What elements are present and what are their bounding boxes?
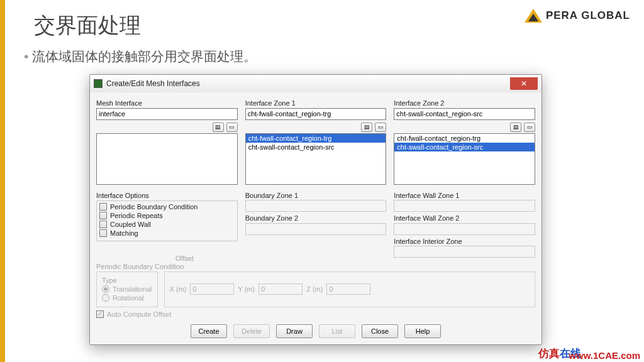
zone2-input[interactable] — [394, 108, 535, 120]
deselect-icon[interactable]: ▭ — [375, 123, 386, 132]
option-check[interactable]: Periodic Repeats — [99, 212, 235, 219]
z-label: Z (m) — [306, 285, 323, 293]
pbc-type-box: Type TranslationalRotational — [96, 272, 158, 307]
titlebar[interactable]: Create/Edit Mesh Interfaces ✕ — [90, 75, 541, 92]
pbc-label: Periodic Boundary Condition — [96, 263, 535, 270]
mesh-interface-list[interactable] — [96, 133, 238, 185]
select-all-icon[interactable]: ▤ — [213, 123, 224, 132]
wall-zone2-label: Interface Wall Zone 2 — [394, 214, 535, 222]
options-label: Interface Options — [96, 192, 238, 199]
interior-zone-label: Interface Interior Zone — [394, 238, 535, 245]
y-input — [258, 283, 303, 295]
checkbox-icon: ✓ — [96, 310, 104, 318]
logo-triangle-icon — [525, 9, 542, 23]
boundary-zone2-input — [245, 223, 387, 235]
option-check[interactable]: Matching — [99, 229, 235, 237]
mesh-interface-input[interactable] — [96, 108, 238, 120]
checkbox-icon — [99, 221, 107, 228]
list-item[interactable]: cht-swall-contact_region-src — [394, 143, 535, 151]
boundary-zone1-input — [245, 200, 387, 212]
button-row: Create Delete Draw List Close Help — [96, 324, 535, 338]
zone2-list[interactable]: cht-fwall-contact_region-trgcht-swall-co… — [394, 133, 535, 185]
list-button: List — [319, 324, 355, 338]
x-input — [190, 283, 234, 295]
help-button[interactable]: Help — [404, 324, 441, 338]
mesh-interfaces-dialog: Create/Edit Mesh Interfaces ✕ Mesh Inter… — [89, 74, 542, 345]
slide-subtitle: 流体域固体的接触部分用交界面处理。 — [24, 48, 257, 65]
logo: PERA GLOBAL — [525, 9, 630, 23]
list-item[interactable]: cht-swall-contact_region-src — [246, 143, 386, 151]
select-all-icon[interactable]: ▤ — [510, 123, 521, 132]
wall-zone2-input — [394, 223, 535, 235]
zone2-label: Interface Zone 2 — [394, 99, 535, 107]
pbc-radio: Translational — [102, 285, 152, 293]
accent-bar — [0, 0, 5, 362]
draw-button[interactable]: Draw — [276, 324, 313, 338]
offset-label: Offset — [175, 255, 194, 262]
deselect-icon[interactable]: ▭ — [524, 123, 535, 132]
option-check[interactable]: Coupled Wall — [99, 221, 235, 228]
pbc-radio: Rotational — [102, 294, 152, 302]
checkbox-icon — [99, 203, 107, 211]
zone1-label: Interface Zone 1 — [245, 99, 387, 107]
y-label: Y (m) — [238, 285, 255, 293]
x-label: X (m) — [170, 285, 187, 293]
close-icon[interactable]: ✕ — [510, 77, 538, 90]
checkbox-icon — [99, 212, 107, 219]
dialog-body: Mesh Interface ▤ ▭ Interface Zone 1 ▤ ▭ … — [90, 92, 541, 344]
create-button[interactable]: Create — [191, 324, 227, 338]
wall-zone1-input — [394, 200, 535, 212]
app-icon — [94, 79, 103, 88]
radio-icon — [102, 294, 109, 302]
select-all-icon[interactable]: ▤ — [361, 123, 372, 132]
logo-text: PERA GLOBAL — [546, 9, 630, 22]
boundary-zone1-label: Boundary Zone 1 — [245, 192, 387, 199]
mesh-interface-label: Mesh Interface — [96, 99, 238, 107]
zone1-input[interactable] — [245, 108, 387, 120]
interior-zone-input — [394, 246, 535, 258]
dialog-title: Create/Edit Mesh Interfaces — [106, 79, 510, 88]
pbc-offset-box: X (m) Y (m) Z (m) — [164, 272, 535, 307]
close-button[interactable]: Close — [362, 324, 398, 338]
wall-zone1-label: Interface Wall Zone 1 — [394, 192, 535, 199]
options-box: Periodic Boundary ConditionPeriodic Repe… — [96, 200, 238, 241]
z-input — [326, 283, 370, 295]
type-label: Type — [102, 277, 152, 284]
auto-offset-check: ✓ Auto Compute Offset — [96, 310, 535, 318]
delete-button: Delete — [233, 324, 270, 338]
checkbox-icon — [99, 229, 107, 237]
zone1-list[interactable]: cht-fwall-contact_region-trgcht-swall-co… — [245, 133, 387, 185]
boundary-zone2-label: Boundary Zone 2 — [245, 214, 387, 222]
footer-url: www.1CAE.com — [569, 350, 640, 361]
list-item[interactable]: cht-fwall-contact_region-trg — [394, 134, 535, 143]
option-check[interactable]: Periodic Boundary Condition — [99, 203, 235, 211]
radio-icon — [102, 285, 109, 293]
list-item[interactable]: cht-fwall-contact_region-trg — [246, 134, 386, 143]
slide-title: 交界面处理 — [34, 11, 141, 40]
deselect-icon[interactable]: ▭ — [226, 123, 238, 132]
